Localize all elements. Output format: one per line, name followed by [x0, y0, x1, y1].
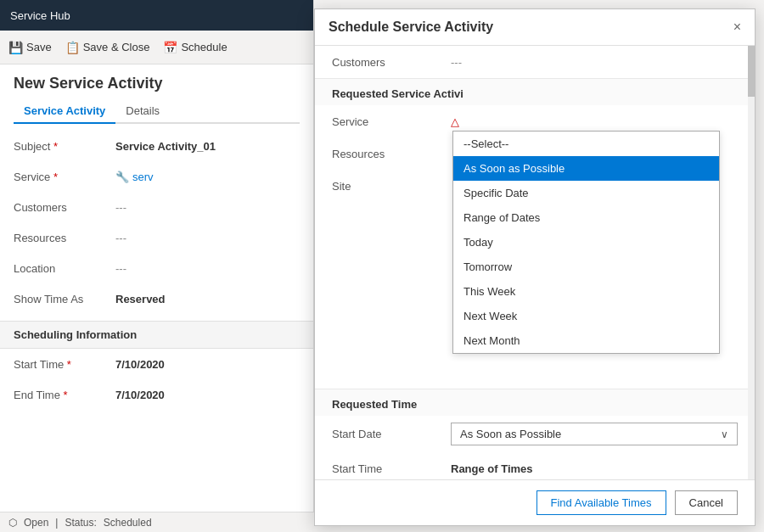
scrollbar-track[interactable]	[748, 46, 755, 479]
form-body: Subject Service Activity_01 Service 🔧 se…	[0, 124, 313, 417]
subject-label: Subject	[14, 140, 115, 153]
background-app: Service Hub 💾 Save 📋 Save & Close 📅 Sche…	[0, 0, 314, 532]
schedule-modal: Schedule Service Activity × Customers --…	[314, 8, 756, 526]
field-customers: Customers ---	[0, 192, 313, 222]
modal-close-button[interactable]: ×	[733, 20, 741, 34]
service-required-icon: △	[451, 115, 459, 128]
dropdown-item-asap[interactable]: As Soon as Possible	[453, 156, 719, 181]
dropdown-item-next-month[interactable]: Next Month	[453, 328, 719, 353]
start-date-label: Start Date	[332, 428, 451, 440]
dropdown-item-select[interactable]: --Select--	[453, 132, 719, 156]
scheduling-section-header: Scheduling Information	[0, 321, 313, 349]
start-time-section-row: Start Time Range of Times	[315, 452, 755, 479]
time-section-value: Range of Times	[451, 462, 533, 475]
form-tabs: Service Activity Details	[14, 99, 300, 124]
modal-customers-row: Customers ---	[315, 46, 755, 78]
status-bar: ⬡ Open | Status: Scheduled	[0, 512, 314, 532]
modal-scroll[interactable]: Customers --- Requested Service Activi S…	[315, 46, 755, 479]
cancel-button[interactable]: Cancel	[675, 490, 738, 515]
status-detail: Scheduled	[104, 517, 152, 529]
modal-customers-label: Customers	[332, 56, 451, 69]
customers-value: ---	[115, 201, 126, 214]
service-label: Service	[14, 171, 115, 183]
date-dropdown-menu: --Select-- As Soon as Possible Specific …	[452, 131, 720, 354]
resources-label: Resources	[14, 232, 115, 244]
dropdown-item-range-dates[interactable]: Range of Dates	[453, 205, 719, 230]
dropdown-item-today[interactable]: Today	[453, 230, 719, 255]
dropdown-item-this-week[interactable]: This Week	[453, 279, 719, 304]
field-show-time-as: Show Time As Reserved	[0, 283, 313, 314]
requested-time-section: Requested Time	[315, 389, 755, 416]
dropdown-item-specific-date[interactable]: Specific Date	[453, 181, 719, 205]
modal-title: Schedule Service Activity	[329, 20, 493, 35]
dropdown-item-tomorrow[interactable]: Tomorrow	[453, 255, 719, 279]
show-time-as-value: Reserved	[115, 293, 166, 305]
status-label: Status:	[65, 517, 96, 529]
status-separator: |	[55, 517, 58, 529]
save-close-icon: 📋	[65, 41, 80, 54]
field-subject: Subject Service Activity_01	[0, 131, 313, 161]
requested-service-section: Requested Service Activi	[315, 78, 755, 105]
save-button[interactable]: 💾 Save	[8, 41, 52, 54]
app-title: Service Hub	[10, 9, 70, 22]
field-end-time: End Time 7/10/2020	[0, 379, 313, 410]
modal-service-label: Service	[332, 115, 451, 128]
time-section-label: Start Time	[332, 462, 451, 475]
show-time-as-label: Show Time As	[14, 293, 115, 305]
end-time-value: 7/10/2020	[115, 389, 165, 401]
modal-footer: Find Available Times Cancel	[315, 479, 755, 525]
status-open: Open	[24, 517, 48, 529]
chevron-down-icon: ∨	[721, 428, 728, 440]
field-location: Location ---	[0, 253, 313, 283]
service-value: 🔧 serv	[115, 171, 154, 183]
find-available-times-button[interactable]: Find Available Times	[536, 490, 666, 515]
form-heading: New Service Activity	[14, 75, 300, 92]
dropdown-item-next-week[interactable]: Next Week	[453, 304, 719, 328]
end-time-label: End Time	[14, 389, 115, 401]
export-icon: ⬡	[8, 517, 17, 529]
start-time-label: Start Time	[14, 358, 115, 371]
resources-value: ---	[115, 232, 126, 244]
tab-details[interactable]: Details	[115, 99, 170, 124]
location-value: ---	[115, 262, 126, 275]
save-close-button[interactable]: 📋 Save & Close	[65, 41, 150, 54]
modal-header: Schedule Service Activity ×	[315, 9, 755, 46]
customers-label: Customers	[14, 201, 115, 214]
app-titlebar: Service Hub	[0, 0, 313, 31]
field-resources: Resources ---	[0, 222, 313, 253]
modal-customers-value: ---	[451, 56, 462, 69]
location-label: Location	[14, 262, 115, 275]
tab-service-activity[interactable]: Service Activity	[14, 99, 115, 124]
app-toolbar: 💾 Save 📋 Save & Close 📅 Schedule	[0, 31, 313, 64]
scrollbar-thumb[interactable]	[748, 46, 755, 97]
modal-site-label: Site	[332, 180, 451, 193]
save-icon: 💾	[8, 41, 23, 54]
field-start-time: Start Time 7/10/2020	[0, 349, 313, 379]
modal-body: Customers --- Requested Service Activi S…	[315, 46, 755, 479]
service-icon: 🔧	[115, 171, 129, 183]
start-date-select[interactable]: As Soon as Possible ∨	[451, 423, 738, 445]
schedule-icon: 📅	[163, 41, 177, 54]
start-time-value: 7/10/2020	[115, 358, 165, 371]
subject-value: Service Activity_01	[115, 140, 216, 153]
start-date-row: Start Date As Soon as Possible ∨	[315, 416, 755, 452]
modal-resources-label: Resources	[332, 148, 451, 160]
form-header: New Service Activity Service Activity De…	[0, 64, 313, 124]
field-service: Service 🔧 serv	[0, 161, 313, 192]
schedule-button[interactable]: 📅 Schedule	[163, 41, 227, 54]
